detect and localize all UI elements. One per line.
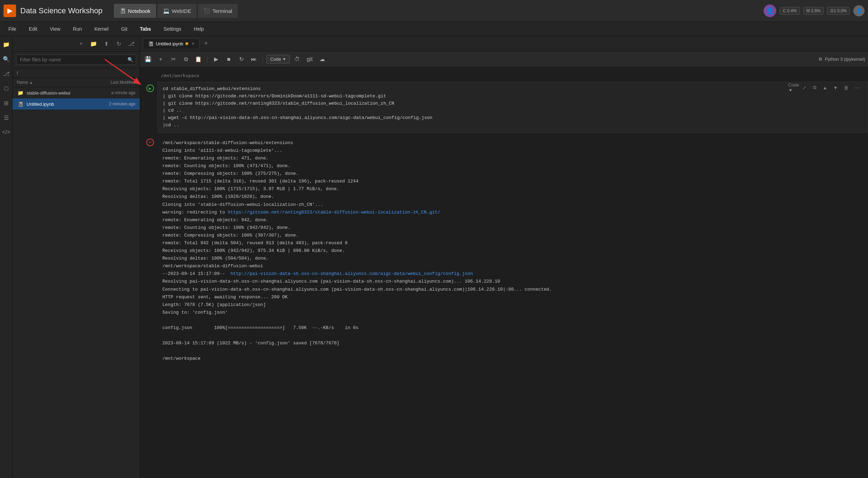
notebook-tab-icon: 📓 bbox=[119, 8, 126, 14]
col-modified-label: Last Modified bbox=[111, 80, 135, 85]
move-up-btn[interactable]: ▲ bbox=[821, 83, 830, 92]
cell-gutter-0: ▶ bbox=[140, 82, 157, 92]
menu-kernel[interactable]: Kernel bbox=[91, 25, 111, 33]
notebook-content: /mnt/workspace Code ▼ ⤢ ⧉ ▲ ▼ 🗑 ⋯ ▶ bbox=[140, 67, 868, 478]
tab-webide[interactable]: 💻 WebIDE bbox=[157, 4, 197, 18]
nb-tab-label: Untitled.ipynb bbox=[156, 41, 183, 46]
menu-git[interactable]: Git bbox=[118, 25, 130, 33]
nb-tab-close[interactable]: × bbox=[192, 41, 194, 46]
app-icon: ▶ bbox=[3, 5, 16, 17]
move-down-btn[interactable]: ▼ bbox=[831, 83, 840, 92]
clock-btn[interactable]: ⏱ bbox=[292, 54, 302, 65]
tab-notebook[interactable]: 📓 Notebook bbox=[114, 4, 156, 18]
nb-tab-untitled[interactable]: 📓 Untitled.ipynb × bbox=[143, 38, 200, 48]
notebook-tabs: 📓 Untitled.ipynb × + bbox=[140, 36, 868, 51]
file-list: 📁 stable-diffusion-webui a minute ago 📓 … bbox=[13, 87, 140, 478]
copy-cell-btn[interactable]: ⧉ bbox=[181, 54, 191, 65]
sidebar-icon-terminal[interactable]: ⊞ bbox=[1, 98, 11, 108]
file-panel: + 📁 ⬆ ↻ ⎇ 🔍 / Name ▲ Last Modified bbox=[13, 36, 140, 478]
terminal-tab-label: Terminal bbox=[212, 8, 232, 14]
sort-arrow-icon: ▲ bbox=[29, 81, 33, 84]
redirect-link[interactable]: https://gitcode.net/ranting8323/stable-d… bbox=[228, 210, 440, 215]
tab-terminal[interactable]: ⬛ Terminal bbox=[198, 4, 238, 18]
more-options-btn[interactable]: ⋯ bbox=[852, 83, 861, 92]
user-avatar[interactable]: 👤 bbox=[853, 5, 865, 16]
sidebar-icon-code[interactable]: </> bbox=[1, 127, 11, 137]
notebook-tab-label: Notebook bbox=[128, 8, 150, 14]
profile-avatar[interactable]: 👤 bbox=[764, 5, 776, 17]
menu-run[interactable]: Run bbox=[70, 25, 85, 33]
cell-wrapper-0: Code ▼ ⤢ ⧉ ▲ ▼ 🗑 ⋯ ▶ cd stable_diffusion… bbox=[140, 80, 868, 134]
notebook-toolbar: 💾 + ✂ ⧉ 📋 ▶ ■ ↻ ⏭ Code ▼ ⏱ git ☁ ⚙ Pytho… bbox=[140, 51, 868, 67]
restart-kernel-btn[interactable]: ↻ bbox=[236, 54, 247, 65]
menu-help[interactable]: Help bbox=[191, 25, 207, 33]
new-folder-btn[interactable]: 📁 bbox=[89, 39, 98, 48]
add-cell-btn[interactable]: + bbox=[155, 54, 166, 65]
cell-run-btn-0[interactable]: ▶ bbox=[146, 84, 154, 92]
file-icon-notebook: 📓 bbox=[17, 100, 24, 107]
notebook-path: /mnt/workspace bbox=[161, 73, 199, 78]
search-wrap: 🔍 bbox=[16, 54, 136, 65]
search-box: 🔍 bbox=[13, 52, 140, 68]
settings-icon[interactable]: ⚙ bbox=[818, 57, 823, 62]
search-input[interactable] bbox=[16, 54, 136, 65]
cell-output-0: /mnt/workspace/stable-diffusion-webui/ex… bbox=[157, 136, 868, 366]
kernel-info: ⚙ Python 3 (ipykernel) bbox=[818, 57, 865, 62]
menu-settings[interactable]: Settings bbox=[161, 25, 184, 33]
fast-forward-btn[interactable]: ⏭ bbox=[249, 54, 259, 65]
cell-type-arrow: ▼ bbox=[282, 57, 286, 61]
topbar-right: 👤 C 0.4% M 2.6% G1 0.0% 👤 bbox=[764, 5, 865, 17]
save-btn[interactable]: 💾 bbox=[143, 54, 153, 65]
cell-error-btn[interactable]: ✕ bbox=[146, 139, 154, 146]
file-modified-1: 2 minutes ago bbox=[83, 102, 135, 106]
git-btn[interactable]: ⎇ bbox=[126, 39, 136, 48]
menubar: File Edit View Run Kernel Git Tabs Setti… bbox=[0, 22, 868, 36]
cell-type-label: Code bbox=[270, 57, 281, 62]
new-file-btn[interactable]: + bbox=[76, 39, 86, 48]
sidebar-icon-files[interactable]: 📁 bbox=[1, 39, 11, 49]
copy-output-btn[interactable]: ⧉ bbox=[810, 83, 819, 92]
stop-cell-btn[interactable]: ■ bbox=[223, 54, 234, 65]
sidebar-icon-jobs[interactable]: ☰ bbox=[1, 113, 11, 122]
nb-add-tab-btn[interactable]: + bbox=[201, 39, 211, 48]
cell-content-0: cd stable_diffusion_webui/extensions | g… bbox=[157, 82, 868, 133]
paste-cell-btn[interactable]: 📋 bbox=[193, 54, 204, 65]
expand-btn[interactable]: ⤢ bbox=[800, 83, 809, 92]
col-modified-header[interactable]: Last Modified bbox=[83, 80, 135, 85]
wget-url[interactable]: http://pai-vision-data-sh.oss-cn-shangha… bbox=[230, 271, 473, 276]
file-icon-dir: 📁 bbox=[17, 89, 24, 96]
cell-input-0[interactable]: cd stable_diffusion_webui/extensions | g… bbox=[157, 82, 868, 133]
col-name-header[interactable]: Name ▲ bbox=[17, 80, 83, 85]
delete-cell-btn[interactable]: 🗑 bbox=[841, 83, 851, 92]
git-tool-btn[interactable]: git bbox=[304, 54, 315, 65]
file-panel-toolbar: + 📁 ⬆ ↻ ⎇ bbox=[13, 36, 140, 52]
share-btn[interactable]: ☁ bbox=[317, 54, 328, 65]
sidebar-icon-search[interactable]: 🔍 bbox=[1, 54, 11, 64]
file-breadcrumb: / bbox=[13, 68, 140, 78]
menu-edit[interactable]: Edit bbox=[26, 25, 40, 33]
cell-type-btn[interactable]: Code ▼ bbox=[789, 83, 798, 92]
cell-output-content: /mnt/workspace/stable-diffusion-webui/ex… bbox=[157, 136, 868, 366]
sidebar-icon-git[interactable]: ⎇ bbox=[1, 69, 11, 79]
refresh-btn[interactable]: ↻ bbox=[114, 39, 124, 48]
nb-tab-icon: 📓 bbox=[148, 41, 154, 46]
menu-file[interactable]: File bbox=[6, 25, 19, 33]
menu-tabs[interactable]: Tabs bbox=[137, 25, 154, 33]
search-icon: 🔍 bbox=[127, 57, 133, 62]
run-cell-btn[interactable]: ▶ bbox=[211, 54, 221, 65]
cut-cell-btn[interactable]: ✂ bbox=[168, 54, 178, 65]
perf-mem: M 2.6% bbox=[803, 7, 824, 15]
file-table-header: Name ▲ Last Modified bbox=[13, 78, 140, 87]
topbar: ▶ Data Science Workshop 📓 Notebook 💻 Web… bbox=[0, 0, 868, 22]
sidebar-icon-extensions[interactable]: ⬡ bbox=[1, 83, 11, 93]
cell-type-select[interactable]: Code ▼ bbox=[266, 55, 290, 64]
file-row-1[interactable]: 📓 Untitled.ipynb 2 minutes ago bbox=[13, 98, 140, 110]
cell-output-wrapper-0: ✕ /mnt/workspace/stable-diffusion-webui/… bbox=[140, 134, 868, 368]
menu-view[interactable]: View bbox=[47, 25, 63, 33]
file-row-0[interactable]: 📁 stable-diffusion-webui a minute ago bbox=[13, 87, 140, 98]
webide-tab-icon: 💻 bbox=[163, 8, 170, 14]
upload-btn[interactable]: ⬆ bbox=[101, 39, 111, 48]
cell-gutter-output: ✕ bbox=[140, 136, 157, 146]
toolbar-divider-2 bbox=[263, 55, 263, 63]
perf-cpu: C 0.4% bbox=[780, 7, 800, 15]
